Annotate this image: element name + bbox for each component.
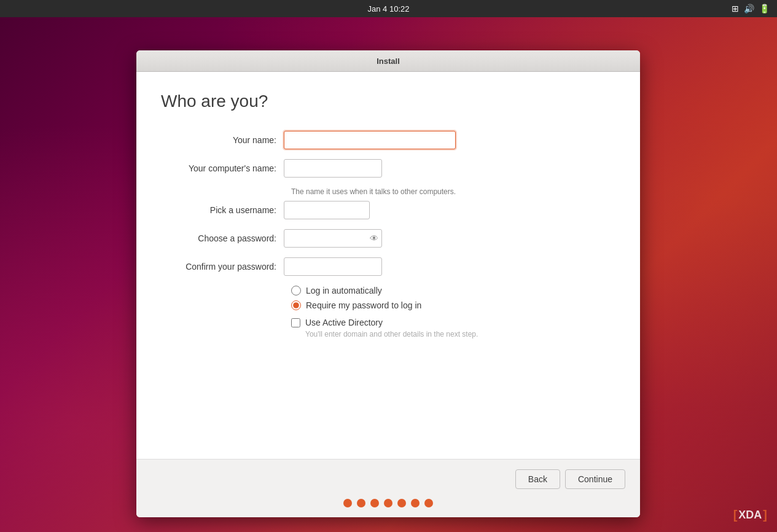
active-directory-row: Use Active Directory (291, 318, 615, 327)
back-button[interactable]: Back (515, 469, 560, 489)
computer-name-input[interactable] (284, 159, 382, 178)
install-dialog: Install Who are you? Your name: Your com… (136, 50, 640, 517)
confirm-password-input[interactable] (284, 257, 382, 276)
taskbar-center: Jan 4 10:22 (368, 4, 410, 14)
dialog-titlebar: Install (136, 50, 640, 72)
password-row: Choose a password: 👁 (161, 229, 615, 248)
your-name-row: Your name: (161, 131, 615, 149)
active-directory-label[interactable]: Use Active Directory (305, 318, 383, 327)
computer-name-label: Your computer's name: (161, 163, 284, 173)
page-heading: Who are you? (161, 92, 615, 111)
xda-text: XDA (738, 509, 762, 522)
computer-name-row: Your computer's name: (161, 159, 615, 178)
progress-dot-3 (370, 499, 379, 507)
taskbar: Jan 4 10:22 ⊞ 🔊 🔋 (0, 0, 777, 17)
xda-logo: [ XDA ] (733, 508, 767, 522)
active-directory-section: Use Active Directory You'll enter domain… (291, 318, 615, 338)
dialog-content: Who are you? Your name: Your computer's … (136, 72, 640, 459)
username-row: Pick a username: (161, 201, 615, 219)
confirm-password-row: Confirm your password: (161, 257, 615, 276)
progress-dots (343, 499, 433, 507)
computer-name-hint: The name it uses when it talks to other … (291, 187, 615, 196)
your-name-input[interactable] (284, 131, 456, 149)
taskbar-icons: ⊞ 🔊 🔋 (732, 4, 770, 14)
auto-login-radio[interactable] (291, 286, 301, 295)
auto-login-label[interactable]: Log in automatically (306, 286, 382, 295)
active-directory-checkbox[interactable] (291, 318, 300, 327)
require-password-row: Require my password to log in (291, 300, 615, 310)
active-directory-hint: You'll enter domain and other details in… (305, 330, 615, 338)
dialog-title: Install (377, 57, 400, 66)
require-password-radio[interactable] (291, 300, 301, 310)
require-password-label[interactable]: Require my password to log in (306, 300, 421, 310)
progress-dot-5 (397, 499, 406, 507)
login-options: Log in automatically Require my password… (291, 286, 615, 338)
username-label: Pick a username: (161, 205, 284, 215)
progress-dot-1 (343, 499, 352, 507)
continue-button[interactable]: Continue (565, 469, 625, 489)
show-password-icon[interactable]: 👁 (370, 233, 378, 243)
dialog-footer: Back Continue (136, 459, 640, 517)
progress-dot-7 (424, 499, 433, 507)
button-row: Back Continue (151, 469, 625, 489)
form-area: Your name: Your computer's name: The nam… (161, 131, 615, 439)
xda-bracket-right: ] (763, 508, 767, 522)
auto-login-row: Log in automatically (291, 286, 615, 295)
username-input[interactable] (284, 201, 370, 219)
your-name-label: Your name: (161, 135, 284, 145)
confirm-password-label: Confirm your password: (161, 262, 284, 272)
taskbar-datetime: Jan 4 10:22 (368, 4, 410, 14)
xda-bracket-left: [ (733, 508, 738, 522)
password-input[interactable] (284, 229, 382, 248)
battery-icon: 🔋 (759, 4, 770, 14)
password-label: Choose a password: (161, 233, 284, 243)
network-icon: ⊞ (732, 4, 739, 14)
progress-dot-4 (384, 499, 392, 507)
progress-dot-2 (357, 499, 365, 507)
volume-icon: 🔊 (744, 4, 754, 14)
password-wrapper: 👁 (284, 229, 382, 248)
progress-dot-6 (411, 499, 420, 507)
